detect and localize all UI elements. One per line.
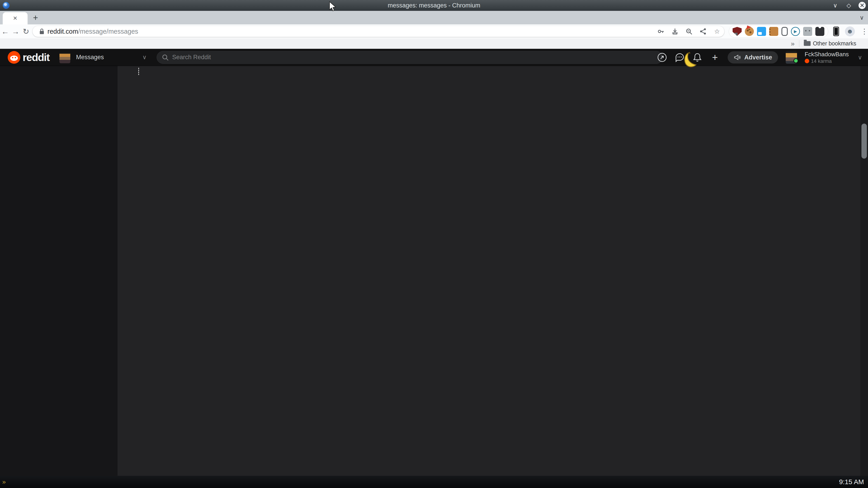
cookie-extension-icon[interactable] [745, 27, 754, 36]
browser-menu-icon[interactable]: ⋮ [861, 27, 868, 36]
address-bar[interactable]: reddit.com/message/messages ☆ [33, 26, 724, 37]
system-tray: 9:15 AM [837, 478, 866, 486]
scrollbar-thumb[interactable] [862, 124, 867, 159]
browser-toolbar: ← → ↻ reddit.com/message/messages ☆ 11 [0, 24, 868, 38]
window-extension-icon[interactable] [757, 27, 766, 36]
karma-row: 14 karma [805, 58, 849, 64]
camel-price-tracker-icon[interactable] [769, 27, 778, 36]
taskbar-overflow-chevron[interactable]: » [2, 478, 6, 486]
window-titlebar: messages: messages - Chromium ∨ ◇ ✕ [0, 0, 868, 11]
tab-strip: ✕ + [0, 11, 868, 24]
page-scrollbar[interactable] [860, 66, 868, 476]
frame-extension-icon[interactable] [781, 27, 788, 36]
bookmarks-bar: » Other bookmarks [0, 38, 868, 49]
nav-avatar [59, 52, 70, 63]
other-bookmarks[interactable]: Other bookmarks [804, 40, 856, 47]
tab-search-chevron-icon[interactable]: ∨ [860, 11, 864, 24]
username: FckShadowBans [805, 51, 849, 58]
ublock-origin-icon[interactable]: 11 [733, 27, 742, 36]
forward-icon[interactable]: → [10, 27, 21, 36]
device-icon[interactable] [833, 27, 839, 36]
reddit-wordmark[interactable]: reddit [23, 51, 50, 64]
active-tab[interactable]: ✕ [3, 12, 28, 24]
window-title: messages: messages - Chromium [0, 2, 868, 9]
bookmark-star-icon[interactable]: ☆ [713, 28, 721, 35]
chevron-down-icon: ∨ [143, 54, 147, 61]
tab-close-icon[interactable]: ✕ [13, 15, 18, 22]
screen: messages: messages - Chromium ∨ ◇ ✕ ✕ + … [0, 0, 868, 488]
password-key-icon[interactable] [657, 28, 664, 35]
back-icon[interactable]: ← [0, 27, 10, 36]
install-icon[interactable] [671, 28, 679, 35]
lock-icon [39, 28, 44, 35]
close-icon[interactable]: ✕ [859, 2, 866, 9]
ublock-badge: 11 [731, 33, 738, 38]
user-menu-chevron-icon[interactable]: ∨ [858, 54, 862, 61]
search-box[interactable] [157, 51, 663, 64]
zoom-out-icon[interactable] [685, 28, 692, 35]
search-input[interactable] [172, 54, 619, 61]
play-extension-icon[interactable]: ▶ [791, 27, 800, 36]
minimize-icon[interactable]: ∨ [831, 2, 839, 9]
mouse-cursor-arrow [329, 1, 337, 12]
folder-icon [804, 41, 811, 46]
profile-avatar[interactable]: ☻ [845, 26, 855, 36]
megaphone-icon [734, 54, 741, 61]
new-tab-button[interactable]: + [28, 11, 43, 24]
extensions-shelf: 11 ▶ [729, 25, 828, 38]
taskbar: » 9:15 AM [0, 476, 868, 488]
reload-icon[interactable]: ↻ [21, 27, 31, 36]
reddit-page: reddit Messages ∨ + Advertise [0, 49, 868, 476]
reddit-header: reddit Messages ∨ + Advertise [0, 49, 868, 66]
message-thread [138, 68, 446, 75]
share-icon[interactable] [700, 28, 707, 35]
extensions-puzzle-icon[interactable] [815, 27, 825, 36]
clock: 9:15 AM [839, 478, 864, 486]
advertise-button[interactable]: Advertise [727, 51, 778, 64]
user-menu[interactable]: FckShadowBans 14 karma [805, 51, 849, 64]
karma-snoo-icon [805, 59, 809, 63]
url-text: reddit.com/message/messages [48, 28, 138, 35]
user-avatar[interactable] [786, 51, 797, 64]
maximize-icon[interactable]: ◇ [845, 2, 852, 9]
clipboard-extension-icon[interactable] [803, 27, 812, 36]
create-post-plus-icon[interactable]: + [710, 53, 720, 62]
nav-dropdown[interactable]: Messages ∨ [59, 52, 147, 63]
popular-outbound-icon[interactable] [657, 53, 667, 62]
search-icon [162, 54, 168, 61]
reddit-logo-icon[interactable] [8, 51, 20, 64]
bookmarks-overflow-chevron[interactable]: » [791, 40, 795, 47]
nav-label: Messages [76, 54, 104, 61]
